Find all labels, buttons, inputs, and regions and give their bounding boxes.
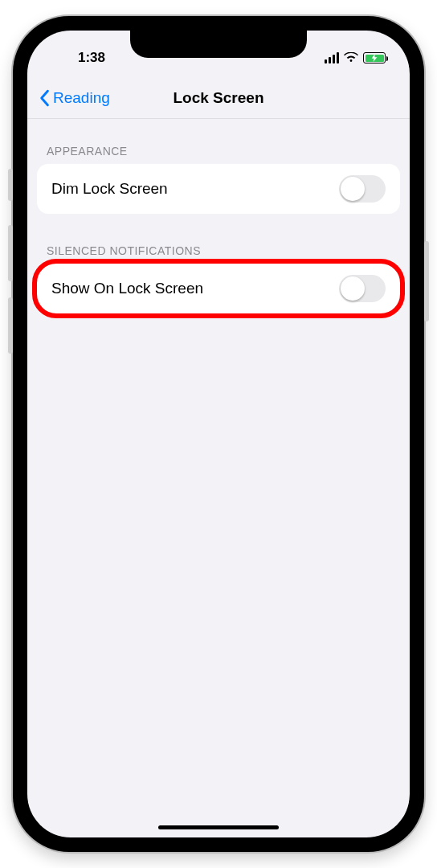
cell-dim-lock-screen[interactable]: Dim Lock Screen	[37, 164, 400, 214]
wifi-icon	[344, 52, 358, 63]
battery-icon	[363, 52, 386, 63]
nav-header: Reading Lock Screen	[27, 77, 410, 119]
cell-label: Dim Lock Screen	[51, 180, 168, 198]
status-time: 1:38	[51, 50, 132, 66]
toggle-dim-lock-screen[interactable]	[339, 175, 386, 203]
cell-group-appearance: Dim Lock Screen	[37, 164, 400, 214]
settings-content: APPEARANCE Dim Lock Screen SILENCED NOTI…	[27, 119, 410, 313]
back-label: Reading	[53, 89, 110, 107]
volume-down-button	[8, 297, 13, 354]
silence-switch	[8, 169, 13, 201]
page-title: Lock Screen	[174, 89, 264, 107]
cell-group-silenced: Show On Lock Screen	[37, 264, 400, 313]
status-indicators	[297, 52, 386, 63]
toggle-knob	[341, 177, 365, 201]
section-header-silenced: SILENCED NOTIFICATIONS	[27, 238, 410, 264]
cell-show-on-lock-screen[interactable]: Show On Lock Screen	[37, 264, 400, 313]
toggle-show-on-lock-screen[interactable]	[339, 275, 386, 302]
chevron-left-icon	[39, 89, 50, 107]
cellular-signal-icon	[325, 52, 339, 63]
screen: 1:38 Reading Lock Screen	[27, 31, 410, 837]
notch	[130, 31, 307, 58]
cell-label: Show On Lock Screen	[51, 280, 203, 297]
section-header-appearance: APPEARANCE	[27, 138, 410, 164]
volume-up-button	[8, 225, 13, 281]
back-button[interactable]: Reading	[39, 89, 110, 107]
toggle-knob	[341, 276, 365, 301]
power-button	[424, 241, 429, 321]
phone-frame: 1:38 Reading Lock Screen	[13, 16, 424, 852]
home-indicator[interactable]	[158, 825, 279, 829]
